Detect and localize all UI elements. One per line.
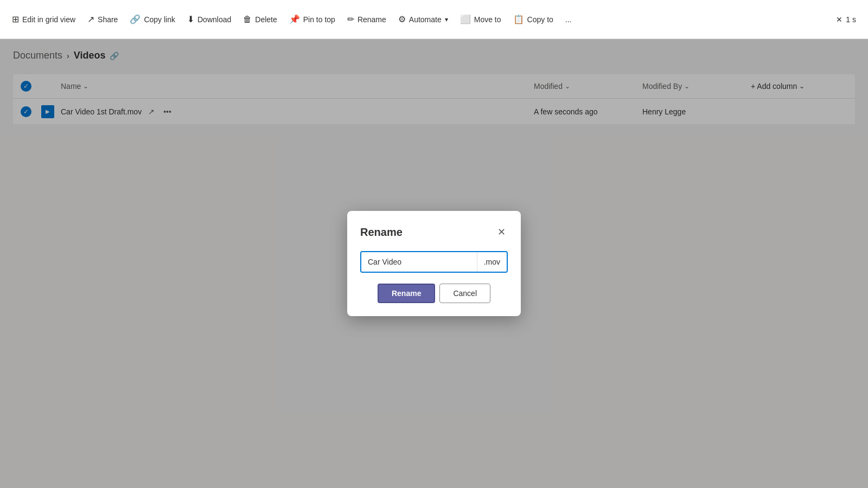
more-button[interactable]: ... bbox=[560, 12, 577, 27]
download-icon: ⬇ bbox=[187, 14, 194, 24]
copy-to-label: Copy to bbox=[527, 15, 553, 24]
move-icon: ⬜ bbox=[460, 14, 471, 24]
copy-to-button[interactable]: 📋 Copy to bbox=[508, 11, 559, 28]
delete-icon: 🗑 bbox=[243, 15, 252, 24]
automate-label: Automate bbox=[409, 15, 442, 24]
rename-input-wrapper: .mov bbox=[360, 251, 508, 273]
share-label: Share bbox=[98, 15, 118, 24]
file-extension: .mov bbox=[477, 252, 507, 272]
pin-to-top-label: Pin to top bbox=[303, 15, 335, 24]
rename-confirm-button[interactable]: Rename bbox=[378, 284, 435, 303]
grid-icon: ⊞ bbox=[12, 14, 19, 24]
rename-input[interactable] bbox=[361, 252, 477, 272]
move-to-label: Move to bbox=[474, 15, 501, 24]
edit-grid-label: Edit in grid view bbox=[22, 15, 75, 24]
move-to-button[interactable]: ⬜ Move to bbox=[455, 11, 507, 28]
close-button[interactable]: ✕ 1 s bbox=[831, 12, 861, 27]
dialog-buttons: Rename Cancel bbox=[360, 284, 508, 303]
more-label: ... bbox=[565, 15, 572, 24]
delete-label: Delete bbox=[255, 15, 277, 24]
share-icon: ↗ bbox=[87, 14, 94, 24]
edit-grid-view-button[interactable]: ⊞ Edit in grid view bbox=[7, 11, 81, 28]
main-content: Documents › Videos 🔗 ✓ Name ⌄ Modified ⌄… bbox=[0, 39, 868, 488]
pin-to-top-button[interactable]: 📌 Pin to top bbox=[284, 11, 341, 28]
toolbar: ⊞ Edit in grid view ↗ Share 🔗 Copy link … bbox=[0, 0, 868, 39]
copy-link-label: Copy link bbox=[144, 15, 175, 24]
modal-overlay: Rename ✕ .mov Rename Cancel bbox=[0, 39, 868, 488]
rename-icon: ✏ bbox=[347, 14, 354, 24]
copy-icon: 📋 bbox=[513, 14, 524, 24]
close-icon: ✕ bbox=[836, 15, 843, 24]
link-icon: 🔗 bbox=[130, 14, 141, 24]
chevron-down-icon: ▾ bbox=[445, 16, 448, 23]
download-button[interactable]: ⬇ Download bbox=[182, 11, 237, 28]
pin-icon: 📌 bbox=[289, 14, 300, 24]
dialog-close-button[interactable]: ✕ bbox=[495, 224, 508, 240]
rename-label: Rename bbox=[358, 15, 386, 24]
close-count: 1 s bbox=[846, 15, 856, 24]
automate-icon: ⚙ bbox=[398, 14, 406, 24]
share-button[interactable]: ↗ Share bbox=[82, 11, 123, 28]
delete-button[interactable]: 🗑 Delete bbox=[238, 11, 282, 28]
automate-button[interactable]: ⚙ Automate ▾ bbox=[393, 11, 454, 28]
dialog-header: Rename ✕ bbox=[360, 224, 508, 240]
rename-button[interactable]: ✏ Rename bbox=[342, 11, 392, 28]
copy-link-button[interactable]: 🔗 Copy link bbox=[124, 11, 181, 28]
dialog-title: Rename bbox=[360, 226, 403, 239]
cancel-button[interactable]: Cancel bbox=[439, 284, 490, 303]
download-label: Download bbox=[197, 15, 231, 24]
rename-dialog: Rename ✕ .mov Rename Cancel bbox=[347, 211, 521, 316]
